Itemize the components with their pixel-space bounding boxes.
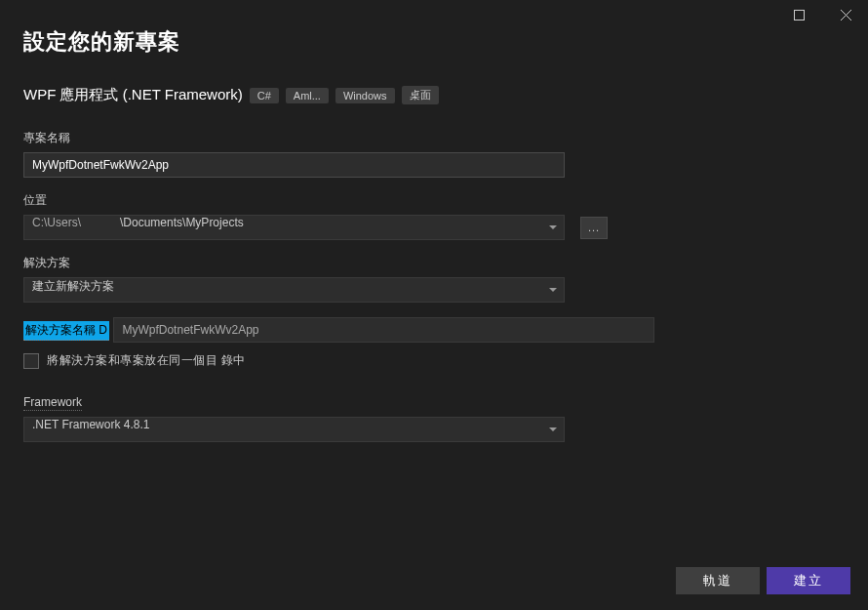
- project-name-label: 專案名稱: [23, 130, 845, 146]
- browse-button[interactable]: ...: [580, 217, 608, 239]
- svg-rect-0: [794, 10, 804, 20]
- location-label: 位置: [23, 192, 845, 209]
- solution-name-input[interactable]: [113, 317, 654, 343]
- tag-aml: Aml...: [286, 88, 329, 103]
- create-button[interactable]: 建立: [767, 567, 850, 594]
- solution-name-label: 解決方案名稱 D: [23, 321, 109, 341]
- back-button[interactable]: 軌道: [676, 567, 760, 594]
- tag-language: C#: [250, 88, 279, 103]
- tag-type: 桌面: [402, 86, 439, 104]
- location-path: \Documents\MyProjects: [120, 216, 244, 239]
- framework-select[interactable]: .NET Framework 4.8.1: [23, 417, 565, 442]
- maximize-button[interactable]: [784, 0, 813, 29]
- framework-label: Framework: [23, 395, 82, 411]
- project-name-input[interactable]: [23, 152, 565, 178]
- page-title: 設定您的新專案: [23, 27, 845, 57]
- close-button[interactable]: [831, 0, 860, 29]
- solution-select[interactable]: 建立新解決方案: [23, 277, 565, 303]
- same-dir-checkbox[interactable]: [23, 353, 39, 369]
- location-prefix: C:\Users\: [32, 216, 81, 239]
- same-dir-label: 將解決方案和專案放在同一個目 錄中: [47, 352, 246, 369]
- tag-platform: Windows: [335, 88, 395, 103]
- project-type: WPF 應用程式 (.NET Framework): [23, 86, 243, 104]
- solution-label: 解決方案: [23, 255, 845, 271]
- location-select[interactable]: C:\Users\ \Documents\MyProjects: [23, 215, 565, 240]
